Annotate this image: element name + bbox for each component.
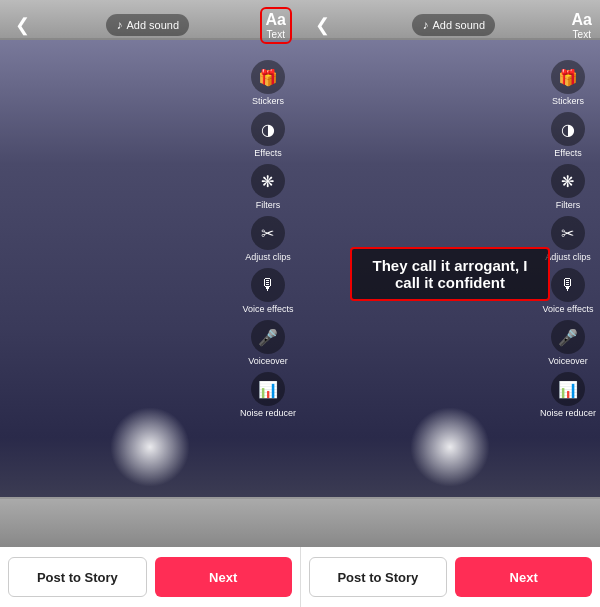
filters-tool-left[interactable]: ❋ Filters	[251, 164, 285, 210]
left-panel: ❮ ♪ Add sound Aa Text 🎁 Stickers ◑ Effec…	[0, 0, 300, 547]
back-button-left[interactable]: ❮	[8, 11, 36, 39]
noise-reducer-label-right: Noise reducer	[540, 408, 596, 418]
floor-right	[300, 497, 600, 547]
voice-effects-icon-left: 🎙	[251, 268, 285, 302]
effects-icon-right: ◑	[551, 112, 585, 146]
adjust-clips-icon-left: ✂	[251, 216, 285, 250]
filters-label-right: Filters	[556, 200, 581, 210]
effects-label-right: Effects	[554, 148, 581, 158]
add-sound-label-right: Add sound	[432, 19, 485, 31]
text-icon-left: Aa	[266, 11, 286, 29]
stickers-label-right: Stickers	[552, 96, 584, 106]
next-button-right[interactable]: Next	[455, 557, 592, 597]
effects-tool-left[interactable]: ◑ Effects	[251, 112, 285, 158]
top-bar-right: ❮ ♪ Add sound Aa Text	[300, 0, 600, 50]
stickers-label-left: Stickers	[252, 96, 284, 106]
voiceover-icon-right: 🎤	[551, 320, 585, 354]
right-sidebar-left: 🎁 Stickers ◑ Effects ❋ Filters ✂ Adjust …	[240, 60, 296, 422]
voice-effects-label-left: Voice effects	[243, 304, 294, 314]
text-label-right: Text	[573, 29, 591, 40]
post-to-story-button-right[interactable]: Post to Story	[309, 557, 448, 597]
filters-icon-left: ❋	[251, 164, 285, 198]
voiceover-tool-left[interactable]: 🎤 Voiceover	[248, 320, 288, 366]
voiceover-icon-left: 🎤	[251, 320, 285, 354]
effects-icon-left: ◑	[251, 112, 285, 146]
light-glow-right	[410, 407, 490, 487]
noise-reducer-icon-right: 📊	[551, 372, 585, 406]
voice-effects-label-right: Voice effects	[543, 304, 594, 314]
effects-tool-right[interactable]: ◑ Effects	[551, 112, 585, 158]
text-icon-right: Aa	[572, 11, 592, 29]
effects-label-left: Effects	[254, 148, 281, 158]
right-sidebar-right: 🎁 Stickers ◑ Effects ❋ Filters ✂ Adjust …	[540, 60, 596, 422]
light-glow-left	[110, 407, 190, 487]
voice-effects-tool-left[interactable]: 🎙 Voice effects	[243, 268, 294, 314]
floor	[0, 497, 300, 547]
back-button-right[interactable]: ❮	[308, 11, 336, 39]
post-to-story-button-left[interactable]: Post to Story	[8, 557, 147, 597]
stickers-icon-right: 🎁	[551, 60, 585, 94]
noise-reducer-label-left: Noise reducer	[240, 408, 296, 418]
right-panel: They call it arrogant, I call it confide…	[300, 0, 600, 547]
stickers-icon-left: 🎁	[251, 60, 285, 94]
adjust-clips-label-left: Adjust clips	[245, 252, 291, 262]
filters-label-left: Filters	[256, 200, 281, 210]
noise-reducer-tool-right[interactable]: 📊 Noise reducer	[540, 372, 596, 418]
adjust-clips-label-right: Adjust clips	[545, 252, 591, 262]
voiceover-tool-right[interactable]: 🎤 Voiceover	[548, 320, 588, 366]
top-bar-left: ❮ ♪ Add sound Aa Text	[0, 0, 300, 50]
voice-effects-tool-right[interactable]: 🎙 Voice effects	[543, 268, 594, 314]
voiceover-label-right: Voiceover	[548, 356, 588, 366]
add-sound-button-right[interactable]: ♪ Add sound	[412, 14, 495, 36]
next-button-left[interactable]: Next	[155, 557, 292, 597]
adjust-clips-tool-right[interactable]: ✂ Adjust clips	[545, 216, 591, 262]
back-icon-right: ❮	[315, 14, 330, 36]
bottom-bar: Post to Story Next Post to Story Next	[0, 547, 600, 607]
adjust-clips-icon-right: ✂	[551, 216, 585, 250]
text-label-left: Text	[267, 29, 285, 40]
text-tool-left[interactable]: Aa Text	[260, 7, 292, 44]
bottom-section-right: Post to Story Next	[301, 547, 601, 607]
noise-reducer-tool-left[interactable]: 📊 Noise reducer	[240, 372, 296, 418]
music-icon-right: ♪	[422, 18, 428, 32]
bottom-section-left: Post to Story Next	[0, 547, 300, 607]
stickers-tool-right[interactable]: 🎁 Stickers	[551, 60, 585, 106]
add-sound-label-left: Add sound	[126, 19, 179, 31]
voice-effects-icon-right: 🎙	[551, 268, 585, 302]
text-tool-right[interactable]: Aa Text	[572, 11, 592, 40]
stickers-tool-left[interactable]: 🎁 Stickers	[251, 60, 285, 106]
add-sound-button-left[interactable]: ♪ Add sound	[106, 14, 189, 36]
filters-tool-right[interactable]: ❋ Filters	[551, 164, 585, 210]
back-icon-left: ❮	[15, 14, 30, 36]
noise-reducer-icon-left: 📊	[251, 372, 285, 406]
voiceover-label-left: Voiceover	[248, 356, 288, 366]
text-overlay: They call it arrogant, I call it confide…	[350, 247, 550, 301]
adjust-clips-tool-left[interactable]: ✂ Adjust clips	[245, 216, 291, 262]
filters-icon-right: ❋	[551, 164, 585, 198]
music-icon-left: ♪	[116, 18, 122, 32]
